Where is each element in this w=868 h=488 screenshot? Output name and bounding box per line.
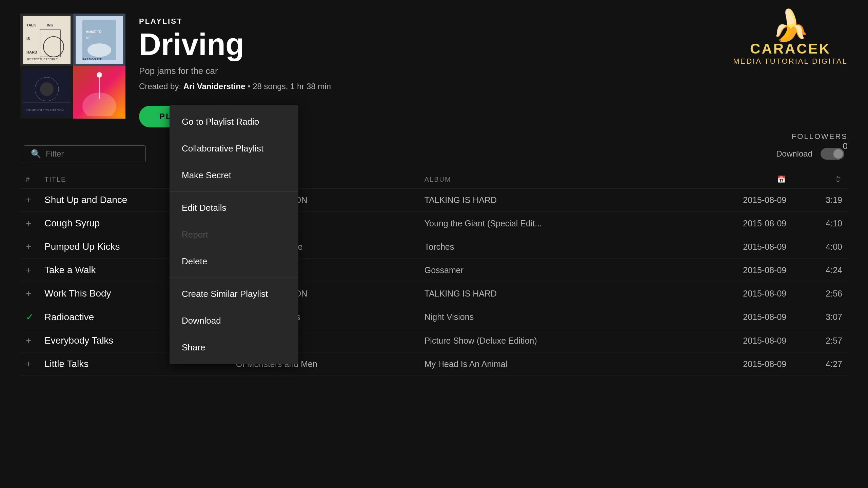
playlist-cover: TALK ING IS HARD FOSTERTHEPEOPLE HOME TO… (20, 14, 125, 119)
menu-item-edit-details[interactable]: Edit Details (170, 195, 298, 221)
cover-q1: TALK ING IS HARD FOSTERTHEPEOPLE (20, 14, 73, 66)
tracks-header: # TITLE ALBUM 📅 ⏱ (20, 170, 848, 188)
col-num: # (20, 170, 39, 188)
menu-item-delete[interactable]: Delete (170, 248, 298, 275)
watermark-name: CARACEK (733, 41, 848, 57)
menu-item-collaborative-playlist[interactable]: Collaborative Playlist (170, 135, 298, 162)
playlist-title: Driving (139, 29, 331, 60)
track-date: 2015-08-09 (681, 235, 792, 259)
track-album: Night Visions (419, 305, 681, 329)
track-duration: 4:24 (792, 259, 848, 282)
cover-q3: OF MONSTERS AND MEN (20, 66, 73, 119)
menu-divider (170, 278, 298, 278)
menu-item-download[interactable]: Download (170, 307, 298, 334)
cover-q2: HOME TO ME PASSION PIT (73, 14, 125, 66)
table-row[interactable]: ✓ Radioactive Imagine Dragons Night Visi… (20, 305, 848, 329)
followers-label: FOLLOWERS (792, 132, 848, 141)
table-row[interactable]: + Everybody Talks Neon Trees Picture Sho… (20, 329, 848, 352)
svg-point-12 (87, 43, 111, 57)
menu-item-create-similar-playlist[interactable]: Create Similar Playlist (170, 281, 298, 307)
track-add-btn[interactable]: + (20, 188, 39, 212)
meta-suffix: • 28 songs, 1 hr 38 min (248, 82, 331, 91)
svg-text:TALK: TALK (26, 23, 36, 27)
playlist-type-label: PLAYLIST (139, 17, 331, 26)
track-album: TALKING IS HARD (419, 188, 681, 212)
svg-point-16 (40, 82, 54, 96)
cover-q4 (73, 66, 125, 119)
filter-row: 🔍 Download (20, 145, 848, 162)
track-date: 2015-08-09 (681, 212, 792, 235)
track-duration: 2:57 (792, 329, 848, 352)
playlist-description: Pop jams for the car (139, 66, 331, 76)
svg-text:ME: ME (86, 36, 91, 40)
track-add-btn[interactable]: + (20, 235, 39, 259)
svg-text:IS: IS (26, 37, 30, 41)
svg-text:HARD: HARD (26, 50, 37, 54)
svg-text:HOME TO: HOME TO (86, 30, 102, 34)
watermark: 🍌 CARACEK MEDIA TUTORIAL DIGITAL (733, 10, 848, 66)
creator-name: Ari Vaniderstine (183, 82, 245, 91)
track-add-btn[interactable]: + (20, 329, 39, 352)
track-duration: 4:00 (792, 235, 848, 259)
context-menu: Go to Playlist RadioCollaborative Playli… (170, 105, 298, 364)
track-duration: 4:10 (792, 212, 848, 235)
table-row[interactable]: + Work This Body WALK THE MOON TALKING I… (20, 282, 848, 305)
track-album: Picture Show (Deluxe Edition) (419, 329, 681, 352)
table-row[interactable]: + Little Talks Of Monsters and Men My He… (20, 352, 848, 376)
svg-text:FOSTERTHEPEOPLE: FOSTERTHEPEOPLE (27, 58, 58, 61)
created-by-label: Created by: (139, 82, 181, 91)
svg-text:ING: ING (47, 23, 54, 27)
menu-item-go-to-playlist-radio[interactable]: Go to Playlist Radio (170, 108, 298, 135)
track-add-btn[interactable]: + (20, 282, 39, 305)
svg-text:OF MONSTERS AND MEN: OF MONSTERS AND MEN (26, 108, 64, 112)
track-date: 2015-08-09 (681, 352, 792, 376)
menu-item-share[interactable]: Share (170, 334, 298, 361)
toggle-knob (833, 149, 843, 159)
table-row[interactable]: + Pumped Up Kicks Foster the People Torc… (20, 235, 848, 259)
track-album: My Head Is An Animal (419, 352, 681, 376)
track-date: 2015-08-09 (681, 188, 792, 212)
track-album: Torches (419, 235, 681, 259)
svg-text:PASSION PIT: PASSION PIT (82, 58, 102, 61)
playlist-meta: Created by: Ari Vaniderstine • 28 songs,… (139, 82, 331, 91)
track-date: 2015-08-09 (681, 305, 792, 329)
table-row[interactable]: + Cough Syrup Young the Giant Young the … (20, 212, 848, 235)
menu-item-report: Report (170, 221, 298, 248)
track-date: 2015-08-09 (681, 259, 792, 282)
track-date: 2015-08-09 (681, 329, 792, 352)
tracks-body: + Shut Up and Dance WALK THE MOON TALKIN… (20, 188, 848, 376)
track-date: 2015-08-09 (681, 282, 792, 305)
col-album: ALBUM (419, 170, 681, 188)
track-duration: 4:27 (792, 352, 848, 376)
table-row[interactable]: + Take a Walk Passion Pit Gossamer 2015-… (20, 259, 848, 282)
col-duration-icon: ⏱ (792, 170, 848, 188)
tracks-table: # TITLE ALBUM 📅 ⏱ + Shut Up and Dance WA… (20, 170, 848, 376)
track-add-btn[interactable]: ✓ (20, 305, 39, 329)
track-duration: 2:56 (792, 282, 848, 305)
menu-item-make-secret[interactable]: Make Secret (170, 162, 298, 189)
track-duration: 3:07 (792, 305, 848, 329)
filter-input-wrap[interactable]: 🔍 (24, 145, 146, 162)
table-row[interactable]: + Shut Up and Dance WALK THE MOON TALKIN… (20, 188, 848, 212)
filter-input[interactable] (46, 149, 139, 159)
track-album: TALKING IS HARD (419, 282, 681, 305)
header-area: TALK ING IS HARD FOSTERTHEPEOPLE HOME TO… (20, 14, 848, 128)
watermark-sub: MEDIA TUTORIAL DIGITAL (733, 57, 848, 66)
search-icon: 🔍 (31, 149, 41, 159)
download-toggle[interactable] (821, 148, 844, 160)
track-album: Young the Giant (Special Edit... (419, 212, 681, 235)
track-duration: 3:19 (792, 188, 848, 212)
track-album: Gossamer (419, 259, 681, 282)
banana-icon: 🍌 (733, 10, 848, 41)
col-date-icon: 📅 (681, 170, 792, 188)
svg-point-22 (97, 72, 102, 78)
track-add-btn[interactable]: + (20, 259, 39, 282)
menu-divider (170, 191, 298, 192)
track-add-btn[interactable]: + (20, 212, 39, 235)
track-add-btn[interactable]: + (20, 352, 39, 376)
